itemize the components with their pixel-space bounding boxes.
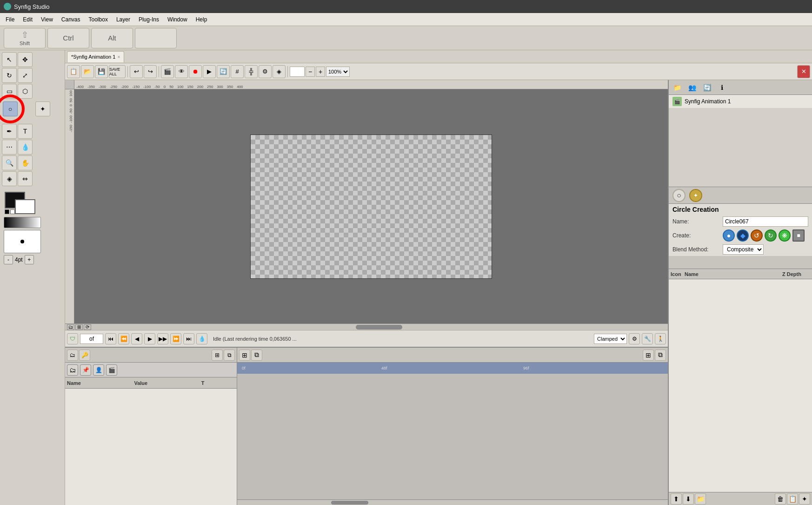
tab-close[interactable]: × — [117, 54, 120, 60]
tab-icon-1[interactable]: 🗂 — [67, 364, 78, 376]
rotate-tool[interactable]: ↻ — [2, 68, 17, 83]
text-tool[interactable]: T — [18, 124, 33, 139]
menu-layer[interactable]: Layer — [113, 15, 134, 24]
alt-key[interactable]: Alt — [91, 28, 133, 48]
props-circle-icon[interactable]: ○ — [672, 189, 686, 202]
extra-key[interactable] — [135, 28, 177, 48]
canvas-grid-icon[interactable]: ⊞ — [75, 324, 83, 330]
circle-tool[interactable]: ○ — [3, 101, 18, 116]
menu-plugins[interactable]: Plug-Ins — [135, 15, 163, 24]
eyedrop-tool[interactable]: 💧 — [18, 140, 33, 155]
prev-keyframe-btn[interactable]: ⏪ — [118, 333, 129, 344]
layer-delete[interactable]: 🗑 — [775, 493, 786, 505]
guides-btn[interactable]: ╬ — [245, 65, 258, 78]
menu-window[interactable]: Window — [164, 15, 191, 24]
time-input[interactable]: of — [80, 334, 103, 344]
node-tool[interactable]: ◈ — [2, 171, 17, 186]
create-outlined[interactable]: ↺ — [751, 229, 763, 242]
menu-file[interactable]: File — [2, 15, 18, 24]
canvas-h-scroll[interactable]: 🗂 ⊞ ⟳ — [65, 323, 668, 330]
ctrl-key[interactable]: Ctrl — [47, 28, 89, 48]
save-btn[interactable]: 💾 — [95, 65, 108, 78]
open-btn[interactable]: 📂 — [81, 65, 94, 78]
gradient-tool[interactable]: ⋯ — [2, 140, 17, 155]
rp-btn-3[interactable]: 🔄 — [700, 81, 713, 94]
loop-btn[interactable]: 🔄 — [217, 65, 230, 78]
create-duplicate[interactable]: ◆ — [737, 229, 749, 242]
rp-btn-info[interactable]: ℹ — [715, 81, 728, 94]
background-color[interactable] — [15, 199, 35, 214]
menu-toolbox[interactable]: Toolbox — [85, 15, 112, 24]
grid-btn[interactable]: # — [231, 65, 244, 78]
tl-btn-1[interactable]: ⊞ — [239, 350, 250, 361]
redo-btn[interactable]: ↪ — [144, 65, 157, 78]
tab-icon-3[interactable]: 👤 — [93, 364, 104, 376]
next-keyframe-btn[interactable]: ⏩ — [170, 333, 181, 344]
layer-move-up[interactable]: ⬆ — [671, 493, 682, 505]
canvas-content[interactable] — [74, 89, 668, 323]
blend-select[interactable]: Clamped Linear — [594, 334, 627, 344]
play-pause-btn[interactable]: ▶ — [144, 333, 155, 344]
pen-tool[interactable]: ✒ — [2, 124, 17, 139]
render-btn[interactable]: 🎬 — [161, 65, 174, 78]
begin-btn[interactable]: ⏮ — [105, 333, 116, 344]
brush-minus[interactable]: - — [4, 255, 13, 264]
canvas-fit-icon[interactable]: ⟳ — [84, 324, 91, 330]
params-layout-btn[interactable]: ⊞ — [212, 350, 223, 361]
play-btn[interactable]: ▶ — [203, 65, 216, 78]
create-plant[interactable]: ❋ — [779, 229, 791, 242]
create-square[interactable]: ■ — [792, 229, 805, 242]
menu-view[interactable]: View — [37, 15, 57, 24]
rp-btn-2[interactable]: 👥 — [686, 81, 699, 94]
quality-btn[interactable]: ◈ — [273, 65, 286, 78]
params-float-btn[interactable]: ⧉ — [224, 350, 235, 361]
smooth-move-tool[interactable]: ✥ — [18, 52, 33, 67]
record-btn[interactable]: ⏺ — [189, 65, 202, 78]
close-btn[interactable]: ✕ — [797, 65, 810, 78]
tab-icon-4[interactable]: 🎬 — [106, 364, 117, 376]
end-btn[interactable]: ⏭ — [183, 333, 194, 344]
undo-btn[interactable]: ↩ — [130, 65, 143, 78]
anim-mode-btn[interactable]: 🚶 — [655, 333, 666, 344]
shield-btn[interactable]: 🛡 — [67, 333, 78, 344]
new-btn[interactable]: 📋 — [67, 65, 80, 78]
tl-btn-4[interactable]: ⧉ — [655, 350, 666, 361]
layer-move-down[interactable]: ⬇ — [683, 493, 694, 505]
layer-new[interactable]: ✦ — [799, 493, 810, 505]
scale-tool[interactable]: ⤢ — [18, 68, 33, 83]
brush-plus[interactable]: + — [25, 255, 34, 264]
zoom-in-btn[interactable]: + — [316, 67, 325, 77]
zoom-out-btn[interactable]: − — [306, 67, 315, 77]
timeline-h-scrollbar[interactable] — [237, 499, 668, 505]
menu-help[interactable]: Help — [192, 15, 211, 24]
rp-btn-1[interactable]: 📁 — [671, 81, 684, 94]
arrow-tool[interactable]: ↖ — [2, 52, 17, 67]
zoom-select[interactable]: 100% — [326, 67, 350, 77]
menu-edit[interactable]: Edit — [19, 15, 36, 24]
zoom-input[interactable]: 1 — [290, 67, 305, 77]
prev-frame-btn[interactable]: ◀ — [131, 333, 142, 344]
star-tool[interactable]: ✦ — [35, 101, 50, 116]
layer-copy[interactable]: 📋 — [787, 493, 798, 505]
timeline-options-btn[interactable]: ⚙ — [629, 333, 640, 344]
tab-icon-2[interactable]: 📌 — [80, 364, 91, 376]
polygon-tool[interactable]: ⬡ — [18, 84, 33, 99]
layer-group[interactable]: 📁 — [695, 493, 706, 505]
h-scroll-thumb[interactable] — [356, 325, 402, 330]
name-input[interactable] — [723, 216, 808, 227]
save-all-btn[interactable]: SAVE ALL — [109, 65, 126, 78]
blend-method-select[interactable]: Composite Normal Multiply — [723, 244, 764, 255]
timeline-scrollbar-thumb[interactable] — [331, 501, 368, 505]
loop-mode-btn[interactable]: 💧 — [196, 333, 207, 344]
shift-key[interactable]: ⇧ Shift — [4, 28, 46, 48]
gradient-bar[interactable] — [4, 217, 41, 228]
animation-tab[interactable]: *Synfig Animation 1 × — [67, 51, 124, 62]
create-advanced[interactable]: ↻ — [765, 229, 777, 242]
menu-canvas[interactable]: Canvas — [58, 15, 84, 24]
canvas-tool-icons[interactable]: 🗂 — [67, 324, 74, 330]
settings-btn[interactable]: ⚙ — [259, 65, 272, 78]
props-gold-icon[interactable]: ✦ — [689, 189, 702, 202]
render-options-btn[interactable]: 🔧 — [642, 333, 653, 344]
params-btn-1[interactable]: 🗂 — [67, 350, 78, 361]
rect-tool[interactable]: ▭ — [2, 84, 17, 99]
